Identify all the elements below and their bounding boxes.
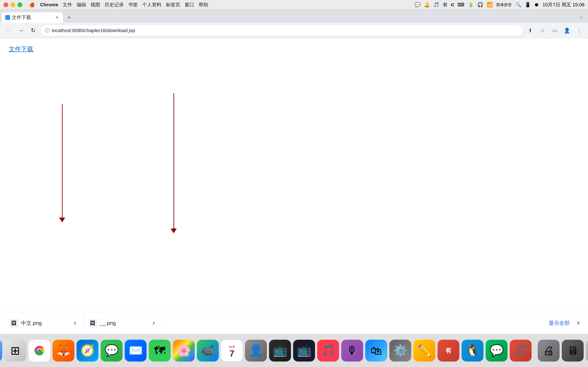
maximize-button[interactable] bbox=[17, 2, 22, 7]
menu-tabs[interactable]: 标签页 bbox=[166, 1, 180, 8]
download-bar: 🖼 中文.png ∧ 🖼 __.png ∧ 显示全部 ✕ bbox=[0, 312, 588, 334]
control-center-icon[interactable]: 📱 bbox=[525, 2, 531, 8]
dock-item-podcasts[interactable]: 🎙 bbox=[341, 340, 363, 362]
active-tab[interactable]: 🌐 文件下载 ✕ bbox=[2, 12, 63, 23]
reload-button[interactable]: ↻ bbox=[28, 25, 38, 36]
dock-item-maps[interactable]: 🗺 bbox=[149, 340, 171, 362]
apple-menu[interactable]: 🍎 bbox=[29, 2, 35, 8]
menu-file[interactable]: 文件 bbox=[62, 1, 72, 8]
dock-item-chrome[interactable] bbox=[28, 340, 50, 362]
menu-chrome[interactable]: Chrome bbox=[40, 2, 58, 8]
menu-help[interactable]: 帮助 bbox=[199, 1, 208, 8]
tab-favicon: 🌐 bbox=[5, 15, 10, 20]
wifi-icon[interactable]: 📶 bbox=[487, 2, 493, 8]
close-download-bar[interactable]: ✕ bbox=[574, 319, 583, 327]
dock-item-dock2[interactable]: 🖥 bbox=[562, 340, 584, 362]
audio-icon[interactable]: 🎧 bbox=[477, 2, 483, 8]
dock-item-netease[interactable]: 🎵 bbox=[510, 340, 532, 362]
address-bar[interactable]: ⓘ localhost:8080/chapter16/download.jsp bbox=[40, 25, 523, 36]
menu-bookmarks[interactable]: 书签 bbox=[128, 1, 138, 8]
new-tab-button[interactable]: + bbox=[64, 12, 74, 23]
dock-item-contacts[interactable]: 👤 bbox=[245, 340, 267, 362]
dock-item-printer[interactable]: 🖨 bbox=[538, 340, 560, 362]
download-arrow-2 bbox=[171, 93, 177, 233]
minimize-button[interactable] bbox=[10, 2, 15, 7]
dock-item-firefox[interactable]: 🦊 bbox=[52, 340, 74, 362]
dock-item-wechat[interactable]: 💬 bbox=[486, 340, 508, 362]
dock-item-appletv[interactable]: 📺 bbox=[293, 340, 315, 362]
dock: 🗂 ⊞ 🦊 🧭 💬 ✉️ 🗺 🌸 📹 10月 7 👤 📺 📺 🎵 🎙 🛍 ⚙️ … bbox=[0, 334, 588, 367]
dock-item-youdao[interactable]: 有 bbox=[438, 340, 459, 362]
download-item-2: 🖼 __.png ∧ bbox=[84, 316, 163, 331]
menubar: 🍎 Chrome 文件 编辑 视图 历史记录 书签 个人资料 标签页 窗口 帮助… bbox=[0, 0, 588, 10]
download-item-1: 🖼 中文.png ∧ bbox=[5, 316, 84, 331]
download-file-icon-2: 🖼 bbox=[88, 319, 97, 327]
dock-item-music[interactable]: 🎵 bbox=[317, 340, 339, 362]
menu-profile[interactable]: 个人资料 bbox=[142, 1, 161, 8]
wechat-icon[interactable]: 💬 bbox=[415, 2, 420, 8]
traffic-lights bbox=[3, 2, 22, 7]
download-options-1[interactable]: ∧ bbox=[71, 319, 79, 327]
dock-item-messages[interactable]: 💬 bbox=[101, 340, 122, 362]
tab-close-button[interactable]: ✕ bbox=[54, 15, 60, 20]
share-button[interactable]: ⬆ bbox=[525, 25, 536, 36]
dock-item-sysprefs[interactable]: ⚙️ bbox=[389, 340, 411, 362]
battery-icon[interactable]: 🔋 bbox=[468, 2, 474, 8]
menu-history[interactable]: 历史记录 bbox=[104, 1, 124, 8]
forward-button[interactable]: → bbox=[16, 25, 26, 36]
menubar-right: 💬 🔔 🎵 有 ⑆ ⌨ 🔋 🎧 📶 简体拼音 🔍 📱 ⏺ 10月7日 周五 15… bbox=[415, 1, 585, 8]
download-arrow-1 bbox=[59, 104, 65, 222]
svg-point-1 bbox=[38, 349, 41, 352]
split-view-button[interactable]: ▭ bbox=[550, 25, 560, 36]
music-icon[interactable]: 🎵 bbox=[433, 2, 439, 8]
notification-icon[interactable]: 🔔 bbox=[424, 2, 430, 8]
tab-bar: 🌐 文件下载 ✕ + ⌄ bbox=[0, 10, 588, 23]
show-all-downloads[interactable]: 显示全部 bbox=[544, 320, 574, 327]
tab-bar-right: ⌄ bbox=[577, 12, 586, 23]
datetime: 10月7日 周五 15:06 bbox=[543, 1, 585, 8]
url-text[interactable]: localhost:8080/chapter16/download.jsp bbox=[52, 28, 519, 33]
dock-item-notes[interactable]: 📺 bbox=[269, 340, 291, 362]
keyboard-icon[interactable]: ⌨ bbox=[458, 2, 464, 8]
dock-item-finder[interactable]: 🗂 bbox=[0, 340, 2, 362]
tab-title: 文件下载 bbox=[12, 14, 52, 21]
screen-record-icon[interactable]: ⏺ bbox=[534, 2, 539, 8]
close-button[interactable] bbox=[3, 2, 8, 7]
dock-item-appstore[interactable]: 🛍 bbox=[365, 340, 387, 362]
dock-item-qq[interactable]: 🐧 bbox=[462, 340, 484, 362]
menu-edit[interactable]: 编辑 bbox=[77, 1, 86, 8]
dock-item-pencil[interactable]: ✏️ bbox=[414, 340, 435, 362]
menu-button[interactable]: ⋮ bbox=[574, 25, 585, 36]
dock-item-photos[interactable]: 🌸 bbox=[173, 340, 195, 362]
download-file-icon-1: 🖼 bbox=[10, 319, 18, 327]
profile-button[interactable]: 👤 bbox=[562, 25, 572, 36]
browser-window: 🌐 文件下载 ✕ + ⌄ ← → ↻ ⓘ localhost:8080/chap… bbox=[0, 10, 588, 334]
menu-window[interactable]: 窗口 bbox=[185, 1, 194, 8]
download-options-2[interactable]: ∧ bbox=[149, 319, 158, 327]
page-content: 文件下载 bbox=[0, 38, 588, 312]
nav-bar: ← → ↻ ⓘ localhost:8080/chapter16/downloa… bbox=[0, 23, 588, 38]
tab-list-button[interactable]: ⌄ bbox=[577, 12, 586, 21]
security-icon: ⓘ bbox=[45, 27, 50, 34]
dock-item-calendar[interactable]: 10月 7 bbox=[221, 340, 243, 362]
dock-item-mail[interactable]: ✉️ bbox=[125, 340, 147, 362]
youdao-icon[interactable]: 有 bbox=[443, 1, 448, 8]
download-link[interactable]: 文件下载 bbox=[9, 46, 33, 52]
back-button[interactable]: ← bbox=[3, 25, 14, 36]
download-filename-2: __.png bbox=[100, 320, 147, 326]
menu-view[interactable]: 视图 bbox=[91, 1, 100, 8]
search-icon[interactable]: 🔍 bbox=[515, 2, 521, 8]
dock-item-safari[interactable]: 🧭 bbox=[77, 340, 98, 362]
bluetooth-icon[interactable]: ⑆ bbox=[451, 2, 454, 8]
dock-item-facetime[interactable]: 📹 bbox=[197, 340, 219, 362]
bookmark-button[interactable]: ☆ bbox=[537, 25, 548, 36]
dock-item-trash[interactable]: 🗑 bbox=[586, 340, 588, 362]
input-method-icon[interactable]: 简体拼音 bbox=[496, 2, 512, 8]
download-filename-1: 中文.png bbox=[21, 320, 68, 327]
dock-item-launchpad[interactable]: ⊞ bbox=[4, 340, 26, 362]
